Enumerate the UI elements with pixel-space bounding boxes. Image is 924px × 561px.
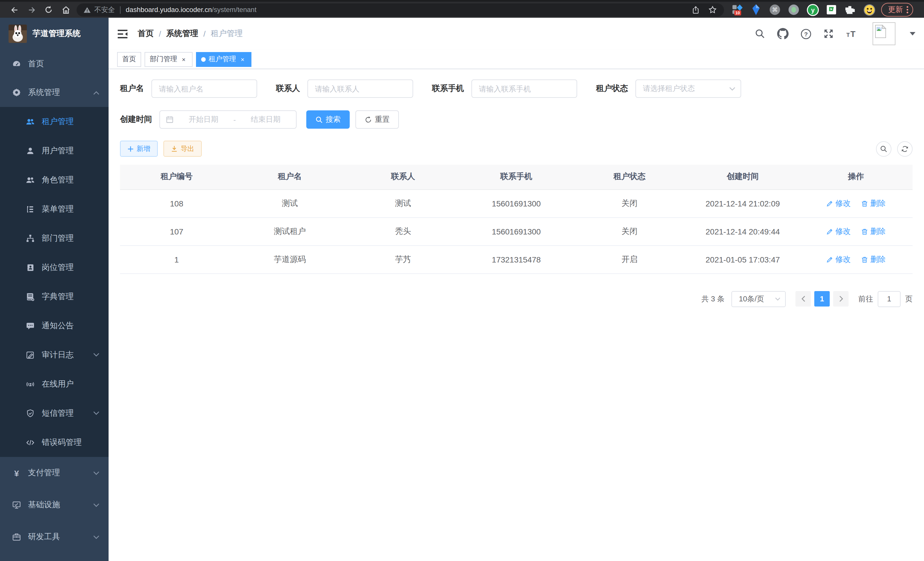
- security-warning-label[interactable]: 不安全: [94, 5, 115, 15]
- reset-button[interactable]: 重置: [356, 110, 399, 129]
- home-icon[interactable]: [57, 2, 74, 17]
- extension-record-icon[interactable]: [788, 3, 800, 16]
- sidebar-item-error-code[interactable]: 错误码管理: [0, 428, 109, 457]
- goto-page-input[interactable]: [878, 291, 901, 307]
- column-header: 联系手机: [460, 165, 573, 189]
- cell-contact: 芋艿: [346, 245, 460, 273]
- add-button[interactable]: 新增: [120, 141, 158, 157]
- cell-actions: 修改删除: [800, 245, 913, 273]
- extension-notes-icon[interactable]: [825, 3, 838, 16]
- sidebar-item-tenant[interactable]: 租户管理: [0, 107, 109, 136]
- sidebar-item-sms[interactable]: 短信管理: [0, 399, 109, 428]
- font-size-icon[interactable]: TT: [846, 29, 858, 39]
- address-bar[interactable]: 不安全 dashboard.yudao.iocoder.cn/system/te…: [76, 3, 724, 16]
- status-select-placeholder: 请选择租户状态: [643, 83, 695, 94]
- extension-y-icon[interactable]: y: [806, 3, 819, 16]
- delete-link[interactable]: 删除: [861, 254, 886, 265]
- app-logo-rabbit-image: [9, 25, 27, 43]
- back-icon[interactable]: [6, 2, 23, 17]
- export-button[interactable]: 导出: [164, 141, 202, 157]
- sidebar-item-notice[interactable]: 通知公告: [0, 311, 109, 340]
- sidebar-collapse-icon[interactable]: [117, 29, 128, 39]
- contact-input[interactable]: [308, 80, 413, 98]
- tenant-users-icon: [26, 117, 35, 126]
- sidebar-item-user[interactable]: 用户管理: [0, 136, 109, 165]
- browser-update-button[interactable]: 更新: [881, 3, 913, 17]
- sidebar-item-home[interactable]: 首页: [0, 50, 109, 78]
- tenant-name-input[interactable]: [152, 80, 257, 98]
- tab-home[interactable]: 首页: [117, 52, 141, 67]
- breadcrumb-home[interactable]: 首页: [138, 29, 154, 39]
- edit-link[interactable]: 修改: [826, 226, 851, 236]
- extension-command-icon[interactable]: ⌘: [769, 3, 781, 16]
- url-host[interactable]: dashboard.yudao.iocoder.cn: [126, 6, 212, 14]
- sidebar-item-system[interactable]: 系统管理: [0, 78, 109, 107]
- tab-label: 部门管理: [150, 54, 177, 64]
- chevron-down-icon: [93, 471, 99, 475]
- fullscreen-icon[interactable]: [824, 29, 834, 39]
- avatar[interactable]: [873, 22, 896, 45]
- status-select[interactable]: 请选择租户状态: [635, 80, 741, 98]
- next-page-button[interactable]: [833, 291, 849, 307]
- extension-kite-icon[interactable]: [750, 3, 762, 16]
- search-button[interactable]: 搜索: [306, 110, 350, 129]
- sidebar-item-label: 在线用户: [42, 379, 74, 389]
- sidebar-item-post[interactable]: 岗位管理: [0, 253, 109, 282]
- page-number-button[interactable]: 1: [814, 291, 830, 307]
- svg-text:⌘: ⌘: [772, 7, 778, 13]
- tab-dept[interactable]: 部门管理: [145, 52, 193, 67]
- share-icon[interactable]: [692, 5, 700, 14]
- create-time-range-picker[interactable]: 开始日期 - 结束日期: [159, 110, 297, 129]
- page-size-select[interactable]: 10条/页: [731, 291, 786, 307]
- sidebar-item-audit-log[interactable]: 审计日志: [0, 340, 109, 369]
- sidebar-item-dict[interactable]: 字典管理: [0, 282, 109, 311]
- toggle-search-button[interactable]: [876, 141, 891, 156]
- column-header: 联系人: [346, 165, 460, 189]
- help-icon[interactable]: ?: [801, 28, 812, 39]
- mobile-input[interactable]: [471, 80, 577, 98]
- sidebar-item-label: 错误码管理: [42, 437, 82, 447]
- delete-link[interactable]: 删除: [861, 198, 886, 208]
- breadcrumb-separator: /: [203, 29, 206, 38]
- prev-page-button[interactable]: [795, 291, 811, 307]
- refresh-table-button[interactable]: [897, 141, 913, 156]
- tenant-table: 租户编号 租户名 联系人 联系手机 租户状态 创建时间 操作 108 测试: [120, 165, 913, 274]
- delete-link[interactable]: 删除: [861, 226, 886, 236]
- edit-link[interactable]: 修改: [826, 198, 851, 208]
- header-search-icon[interactable]: [755, 29, 765, 39]
- pagination: 共 3 条 10条/页 1 前往 页: [120, 291, 913, 307]
- edit-link[interactable]: 修改: [826, 254, 851, 265]
- security-warning-icon[interactable]: [83, 6, 91, 14]
- close-icon[interactable]: [239, 56, 246, 63]
- url-path[interactable]: /system/tenant: [212, 6, 256, 14]
- breadcrumb-system[interactable]: 系统管理: [166, 29, 198, 39]
- column-header: 租户编号: [120, 165, 233, 189]
- sidebar-item-devtools[interactable]: 研发工具: [0, 521, 109, 553]
- sidebar-item-label: 字典管理: [42, 291, 74, 302]
- sidebar-item-pay[interactable]: ¥ 支付管理: [0, 457, 109, 489]
- sidebar-item-online-users[interactable]: 在线用户: [0, 369, 109, 399]
- update-label: 更新: [888, 5, 903, 15]
- column-header: 操作: [800, 165, 913, 189]
- profile-avatar-icon[interactable]: [863, 3, 875, 16]
- extensions-puzzle-icon[interactable]: [844, 3, 856, 16]
- trash-icon: [861, 256, 868, 263]
- sidebar-item-label: 支付管理: [28, 468, 60, 478]
- forward-icon[interactable]: [23, 2, 40, 17]
- extension-grid-icon[interactable]: 10: [731, 3, 743, 16]
- sidebar-item-label: 首页: [28, 59, 44, 69]
- sidebar-item-dept[interactable]: 部门管理: [0, 224, 109, 253]
- reload-icon[interactable]: [40, 2, 57, 17]
- sidebar-item-role[interactable]: 角色管理: [0, 165, 109, 194]
- app-logo-row[interactable]: 芋道管理系统: [0, 18, 109, 50]
- sidebar-item-menu[interactable]: 菜单管理: [0, 194, 109, 224]
- bookmark-star-icon[interactable]: [708, 5, 717, 14]
- online-user-icon: [26, 379, 35, 389]
- user-menu-caret-icon[interactable]: [910, 32, 915, 35]
- tab-tenant[interactable]: 租户管理: [196, 52, 251, 67]
- close-icon[interactable]: [180, 56, 188, 63]
- github-icon[interactable]: [777, 28, 789, 39]
- search-icon: [880, 145, 887, 152]
- sidebar-item-infra[interactable]: 基础设施: [0, 489, 109, 521]
- trash-icon: [861, 200, 868, 207]
